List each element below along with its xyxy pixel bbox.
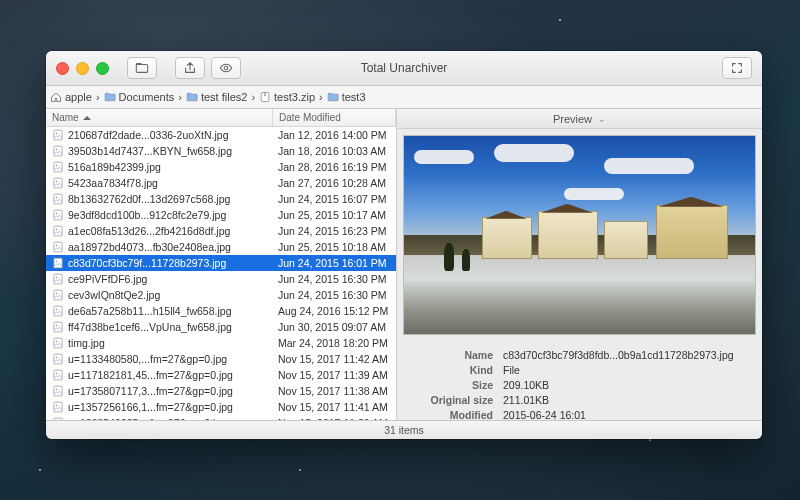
table-row[interactable]: timg.jpgMar 24, 2018 18:20 PM [46,335,396,351]
file-name: de6a57a258b11...h15ll4_fw658.jpg [68,305,231,317]
file-date: Jan 28, 2016 16:19 PM [272,161,396,173]
svg-point-16 [56,229,58,231]
svg-point-14 [56,213,58,215]
table-row[interactable]: u=1357256166,1...fm=27&gp=0.jpgNov 15, 2… [46,399,396,415]
file-name: 9e3df8dcd100b...912c8fc2e79.jpg [68,209,226,221]
file-name: 210687df2dade...0336-2uoXtN.jpg [68,129,229,141]
preview-scene [404,136,755,334]
meta-value: c83d70cf3bc79f3d8fdb...0b9a1cd11728b2973… [503,349,752,361]
toolbar-right [722,57,752,79]
image-file-icon [52,289,64,301]
meta-row-kind: Kind File [407,364,752,376]
file-date: Jan 12, 2016 14:00 PM [272,129,396,141]
file-name: 5423aa7834f78.jpg [68,177,158,189]
svg-rect-27 [54,322,62,332]
svg-point-18 [56,245,58,247]
preview-pane: Preview ⌄ [397,109,762,420]
file-name: u=117182181,45...fm=27&gp=0.jpg [68,369,233,381]
svg-rect-29 [54,338,62,348]
preview-image[interactable] [403,135,756,335]
table-row[interactable]: a1ec08fa513d26...2fb4216d8df.jpgJun 24, … [46,223,396,239]
table-row[interactable]: u=1133480580,...fm=27&gp=0.jpgNov 15, 20… [46,351,396,367]
svg-point-30 [56,341,58,343]
svg-rect-23 [54,290,62,300]
table-row[interactable]: 9e3df8dcd100b...912c8fc2e79.jpgJun 25, 2… [46,207,396,223]
table-row[interactable]: 516a189b42399.jpgJan 28, 2016 16:19 PM [46,159,396,175]
expand-icon [730,61,744,75]
table-row[interactable]: ff47d38be1cef6...VpUna_fw658.jpgJun 30, … [46,319,396,335]
svg-rect-5 [54,146,62,156]
svg-rect-9 [54,178,62,188]
file-name: 516a189b42399.jpg [68,161,161,173]
column-name-header[interactable]: Name [46,109,273,126]
meta-label: Original size [407,394,503,406]
preview-header[interactable]: Preview ⌄ [397,109,762,129]
file-name: timg.jpg [68,337,105,349]
quicklook-button[interactable] [211,57,241,79]
fullscreen-button[interactable] [722,57,752,79]
file-name: c83d70cf3bc79f...11728b2973.jpg [68,257,226,269]
preview-metadata: Name c83d70cf3bc79f3d8fdb...0b9a1cd11728… [397,341,762,420]
breadcrumb-item[interactable]: test files2 [182,91,251,103]
table-row[interactable]: c83d70cf3bc79f...11728b2973.jpgJun 24, 2… [46,255,396,271]
new-folder-button[interactable] [127,57,157,79]
file-date: Jun 24, 2015 16:23 PM [272,225,396,237]
file-date: Nov 15, 2017 11:42 AM [272,353,396,365]
breadcrumb-item[interactable]: apple [46,91,96,103]
svg-point-34 [56,373,58,375]
table-row[interactable]: 210687df2dade...0336-2uoXtN.jpgJan 12, 2… [46,127,396,143]
table-row[interactable]: 5423aa7834f78.jpgJan 27, 2016 10:28 AM [46,175,396,191]
traffic-lights [56,62,109,75]
file-name: a1ec08fa513d26...2fb4216d8df.jpg [68,225,230,237]
meta-value: 2015-06-24 16:01 [503,409,752,420]
table-row[interactable]: 8b13632762d0f...13d2697c568.jpgJun 24, 2… [46,191,396,207]
table-row[interactable]: 39503b14d7437...KBYN_fw658.jpgJan 18, 20… [46,143,396,159]
file-date: Jun 30, 2015 09:07 AM [272,321,396,333]
image-file-icon [52,305,64,317]
file-date: Jan 27, 2016 10:28 AM [272,177,396,189]
zoom-window-button[interactable] [96,62,109,75]
svg-point-12 [56,197,58,199]
column-date-header[interactable]: Date Modified [273,109,396,126]
image-file-icon [52,129,64,141]
meta-row-size: Size 209.10KB [407,379,752,391]
table-row[interactable]: ce9PiVFfDF6.jpgJun 24, 2015 16:30 PM [46,271,396,287]
svg-rect-11 [54,194,62,204]
svg-point-32 [56,357,58,359]
image-file-icon [52,257,64,269]
svg-point-10 [56,181,58,183]
svg-rect-17 [54,242,62,252]
file-list[interactable]: 210687df2dade...0336-2uoXtN.jpgJan 12, 2… [46,127,396,420]
svg-rect-21 [54,274,62,284]
image-file-icon [52,193,64,205]
table-row[interactable]: aa18972bd4073...fb30e2408ea.jpgJun 25, 2… [46,239,396,255]
share-button[interactable] [175,57,205,79]
breadcrumb-bar: apple›Documents›test files2›test3.zip›te… [46,86,762,109]
status-text: 31 items [384,424,424,436]
image-file-icon [52,321,64,333]
file-name: ce9PiVFfDF6.jpg [68,273,147,285]
svg-point-4 [56,133,58,135]
breadcrumb-item[interactable]: test3 [323,91,370,103]
breadcrumb-item[interactable]: Documents [100,91,179,103]
close-window-button[interactable] [56,62,69,75]
breadcrumb-label: Documents [119,91,175,103]
minimize-window-button[interactable] [76,62,89,75]
svg-point-8 [56,165,58,167]
table-row[interactable]: u=117182181,45...fm=27&gp=0.jpgNov 15, 2… [46,367,396,383]
image-file-icon [52,401,64,413]
toolbar-center [175,57,241,79]
meta-label: Modified [407,409,503,420]
table-row[interactable]: de6a57a258b11...h15ll4_fw658.jpgAug 24, … [46,303,396,319]
svg-rect-0 [136,65,147,73]
table-row[interactable]: cev3wIQn8tQe2.jpgJun 24, 2015 16:30 PM [46,287,396,303]
file-name: 8b13632762d0f...13d2697c568.jpg [68,193,230,205]
svg-rect-25 [54,306,62,316]
meta-value: 209.10KB [503,379,752,391]
breadcrumb-item[interactable]: test3.zip [255,91,319,103]
file-name: 39503b14d7437...KBYN_fw658.jpg [68,145,232,157]
image-file-icon [52,385,64,397]
table-row[interactable]: u=1735807117,3...fm=27&gp=0.jpgNov 15, 2… [46,383,396,399]
meta-row-original-size: Original size 211.01KB [407,394,752,406]
svg-point-6 [56,149,58,151]
